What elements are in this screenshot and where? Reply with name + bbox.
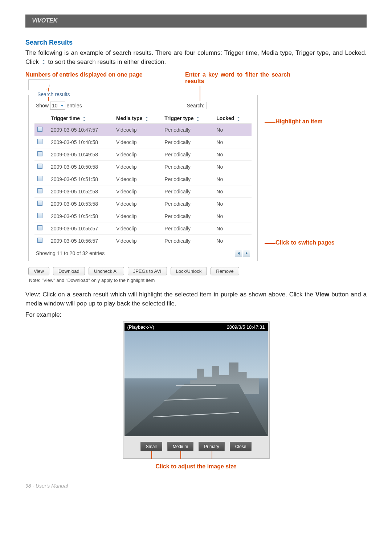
cell-locked: No [213, 222, 252, 235]
action-buttons: View Download Uncheck All JPEGs to AVI L… [28, 267, 367, 275]
cell-media-type: Videoclip [113, 161, 162, 173]
table-row[interactable]: 2009-03-05 10:52:58VideoclipPeriodically… [34, 185, 252, 198]
cell-trigger-type: Periodically [162, 161, 213, 173]
search-label: Search: [187, 103, 204, 108]
cell-trigger-type: Periodically [162, 222, 213, 235]
table-row[interactable]: 2009-03-05 10:51:58VideoclipPeriodically… [34, 173, 252, 185]
cell-locked: No [213, 124, 252, 136]
sort-icon [144, 117, 149, 121]
table-row[interactable]: 2009-03-05 10:47:57VideoclipPeriodically… [34, 124, 252, 136]
cell-trigger-time: 2009-03-05 10:49:58 [48, 148, 113, 161]
entries-per-page: Show 10 entries [36, 102, 82, 110]
col-trigger-time[interactable]: Trigger time [48, 113, 113, 124]
annot-line [212, 451, 212, 459]
jpegs-to-avi-button[interactable]: JPEGs to AVI [128, 267, 167, 275]
brand-text: VIVOTEK [32, 17, 57, 24]
annot-highlight: Highlight an item [275, 118, 355, 125]
row-checkbox[interactable] [37, 188, 42, 193]
size-small-button[interactable]: Small [140, 442, 162, 451]
annot-line [265, 243, 275, 244]
col-trigger-type[interactable]: Trigger type [162, 113, 213, 124]
page-footer: 98 - User's Manual [0, 483, 392, 489]
cell-trigger-time: 2009-03-05 10:56:57 [48, 235, 113, 247]
cell-trigger-type: Periodically [162, 210, 213, 222]
cell-media-type: Videoclip [113, 222, 162, 235]
cell-media-type: Videoclip [113, 148, 162, 161]
table-row[interactable]: 2009-03-05 10:54:58VideoclipPeriodically… [34, 210, 252, 222]
cell-locked: No [213, 136, 252, 148]
cell-media-type: Videoclip [113, 185, 162, 198]
row-checkbox[interactable] [37, 127, 42, 132]
view-explain: View: Click on a search result which wil… [25, 290, 367, 308]
row-checkbox[interactable] [37, 225, 42, 230]
cell-media-type: Videoclip [113, 235, 162, 247]
sort-icon [82, 117, 86, 121]
results-table: Trigger time Media type Trigger type [34, 113, 252, 247]
annot-line [180, 451, 181, 459]
for-example: For example: [25, 311, 367, 320]
cell-trigger-time: 2009-03-05 10:47:57 [48, 124, 113, 136]
table-row[interactable]: 2009-03-05 10:48:58VideoclipPeriodically… [34, 136, 252, 148]
col-media-type-label: Media type [116, 115, 142, 121]
lock-unlock-button[interactable]: Lock/Unlock [171, 267, 207, 275]
view-text-a: : Click on a search result which will hi… [39, 291, 315, 298]
row-checkbox[interactable] [37, 238, 42, 243]
table-row[interactable]: 2009-03-05 10:55:57VideoclipPeriodically… [34, 222, 252, 235]
view-bold: View [315, 291, 329, 298]
playback-window: (Playback-V) 2009/3/5 10:47:31 Small Med… [123, 321, 270, 459]
cell-locked: No [213, 185, 252, 198]
triangle-right-icon [246, 252, 248, 255]
playback-controls: Small Medium Primary Close [124, 436, 268, 457]
btn-label: Primary [204, 444, 219, 449]
cell-trigger-time: 2009-03-05 10:51:58 [48, 173, 113, 185]
download-button[interactable]: Download [53, 267, 85, 275]
playback-titlebar: (Playback-V) 2009/3/5 10:47:31 [124, 323, 268, 331]
cell-trigger-type: Periodically [162, 124, 213, 136]
cell-trigger-type: Periodically [162, 185, 213, 198]
section-title: Search Results [25, 39, 367, 46]
cell-trigger-type: Periodically [162, 173, 213, 185]
annot-highlight-text: Highlight an item [275, 118, 323, 124]
playback-timestamp: 2009/3/5 10:47:31 [227, 324, 265, 330]
col-locked[interactable]: Locked [213, 113, 252, 124]
cell-media-type: Videoclip [113, 136, 162, 148]
cell-media-type: Videoclip [113, 210, 162, 222]
remove-button[interactable]: Remove [211, 267, 239, 275]
row-checkbox[interactable] [37, 139, 42, 144]
showing-status: Showing 11 to 20 of 32 entries [36, 250, 105, 256]
col-locked-label: Locked [216, 115, 234, 121]
table-row[interactable]: 2009-03-05 10:56:57VideoclipPeriodically… [34, 235, 252, 247]
col-media-type[interactable]: Media type [113, 113, 162, 124]
pager [235, 250, 250, 257]
row-checkbox[interactable] [37, 151, 42, 156]
table-row[interactable]: 2009-03-05 10:49:58VideoclipPeriodically… [34, 148, 252, 161]
cell-trigger-type: Periodically [162, 235, 213, 247]
row-checkbox[interactable] [37, 213, 42, 218]
annot-line [265, 122, 275, 123]
row-checkbox[interactable] [37, 164, 42, 169]
brand-header: VIVOTEK [25, 15, 367, 28]
annot-switch-pages: Click to switch pages [275, 239, 355, 246]
table-row[interactable]: 2009-03-05 10:53:58VideoclipPeriodically… [34, 198, 252, 210]
btn-label: Small [146, 444, 157, 449]
size-primary-button[interactable]: Primary [199, 442, 224, 451]
annot-line [151, 451, 152, 459]
row-checkbox[interactable] [37, 201, 42, 206]
view-button[interactable]: View [28, 267, 49, 275]
prev-page-button[interactable] [235, 250, 242, 257]
cell-locked: No [213, 235, 252, 247]
cell-trigger-type: Periodically [162, 148, 213, 161]
search-input[interactable] [207, 102, 250, 109]
next-page-button[interactable] [243, 250, 250, 257]
row-checkbox[interactable] [37, 176, 42, 181]
cell-trigger-time: 2009-03-05 10:50:58 [48, 161, 113, 173]
table-row[interactable]: 2009-03-05 10:50:58VideoclipPeriodically… [34, 161, 252, 173]
cell-locked: No [213, 148, 252, 161]
btn-label: Close [235, 444, 246, 449]
close-button[interactable]: Close [230, 442, 252, 451]
uncheck-all-button[interactable]: Uncheck All [89, 267, 124, 275]
entries-dropdown[interactable]: 10 [50, 102, 65, 110]
col-trigger-time-label: Trigger time [51, 115, 80, 121]
size-medium-button[interactable]: Medium [167, 442, 194, 451]
cell-media-type: Videoclip [113, 124, 162, 136]
